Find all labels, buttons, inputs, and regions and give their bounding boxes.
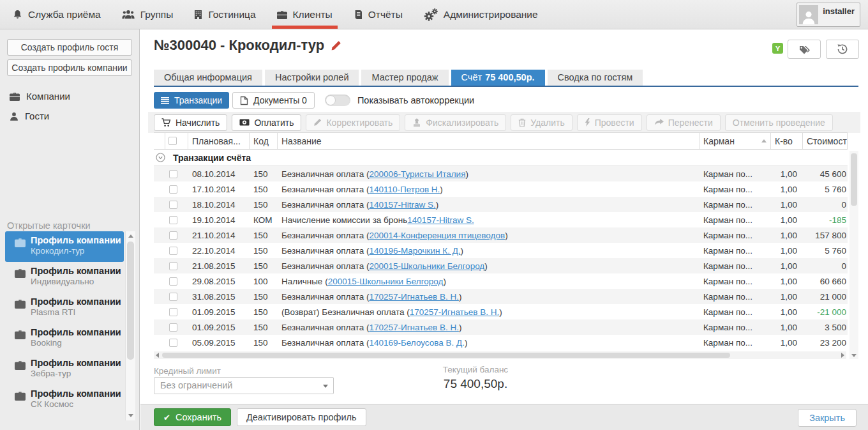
transaction-link[interactable]: 140169-Белоусова В. Д. (369, 338, 465, 348)
row-checkbox[interactable] (169, 216, 177, 224)
main-panel: №300040 - Крокодил-тур Y Общая информаци… (140, 29, 868, 430)
row-checkbox[interactable] (169, 262, 177, 270)
table-row[interactable]: 05.09.2015 150 Безналичная оплата (14016… (154, 335, 848, 350)
open-card[interactable]: Профиль компании Зебра-тур (5, 354, 124, 385)
history-button[interactable] (826, 40, 859, 59)
nav-item-hotel[interactable]: Гостиница (194, 0, 255, 29)
nav-item-groups[interactable]: Группы (122, 0, 174, 29)
open-card[interactable]: Профиль компании (5, 415, 124, 420)
transaction-link[interactable]: 140110-Петров Н. (369, 185, 440, 194)
row-checkbox[interactable] (169, 247, 177, 255)
transaction-link[interactable]: 140196-Марочкин К. Д. (369, 246, 460, 256)
subtab-transactions[interactable]: Транзакции (154, 92, 229, 109)
row-checkbox[interactable] (169, 308, 177, 316)
cell-name: Безналичная оплата (170257-Игнатьев В. Н… (278, 289, 700, 304)
edit-title-pencil-icon[interactable] (331, 40, 341, 51)
tab[interactable]: Общая информация (154, 70, 262, 86)
charge-button[interactable]: Начислить (154, 114, 227, 131)
tab[interactable]: Сводка по гостям (548, 70, 643, 86)
open-card[interactable]: Профиль компании Крокодил-тур (5, 231, 124, 262)
horizontal-scrollbar[interactable] (154, 351, 846, 359)
pay-button[interactable]: Оплатить (232, 114, 301, 131)
user-box[interactable]: installer (797, 3, 860, 27)
table-row[interactable]: 19.10.2014 КОМ Начисление комиссии за бр… (154, 212, 848, 227)
row-checkbox[interactable] (169, 170, 177, 178)
table-row[interactable]: 31.08.2015 150 Безналичная оплата (17025… (154, 289, 848, 304)
fiscalize-button[interactable]: Фискализировать (405, 114, 506, 131)
scrollbar-thumb[interactable] (127, 242, 134, 360)
group-row[interactable]: Транзакции счёта (154, 150, 848, 166)
open-card[interactable]: Профиль компании Booking (5, 323, 124, 354)
column-header-code[interactable]: Код (250, 133, 278, 149)
scrollbar-thumb[interactable] (851, 153, 857, 206)
nav-label: Служба приёма (28, 9, 101, 20)
column-header-cost[interactable]: Стоимость (803, 133, 848, 149)
transaction-link[interactable]: 170257-Игнатьев В. Н. (369, 292, 459, 302)
table-row[interactable]: 22.10.2014 150 Безналичная оплата (14019… (154, 243, 848, 258)
row-checkbox[interactable] (169, 231, 177, 240)
table-row[interactable]: 17.10.2014 150 Безналичная оплата (14011… (154, 181, 848, 197)
tab[interactable]: Настройки ролей (265, 70, 359, 86)
column-header-planned[interactable]: Плановая... (188, 133, 250, 149)
table-row[interactable]: 18.10.2014 150 Безналичная оплата (14015… (154, 197, 848, 212)
row-checkbox[interactable] (169, 277, 177, 286)
collapse-icon[interactable] (156, 153, 165, 162)
transaction-link[interactable]: 200015-Школьники Белгород (328, 277, 444, 286)
transaction-link[interactable]: 200006-Туристы Италия (369, 169, 465, 179)
deactivate-profile-button[interactable]: Деактивировать профиль (237, 408, 366, 426)
sidebar-item-guests[interactable]: Гости (0, 106, 139, 126)
correct-button[interactable]: Корректировать (306, 114, 400, 131)
transaction-link[interactable]: 170257-Игнатьев В. Н. (369, 323, 459, 332)
cell-date: 21.08.2015 (188, 258, 250, 273)
row-checkbox[interactable] (169, 293, 177, 301)
open-card-subtitle: СК Космос (31, 399, 121, 409)
create-company-profile-button[interactable]: Создать профиль компании (7, 59, 132, 76)
cancel-posting-button[interactable]: Отменить проведение (725, 114, 833, 131)
post-button[interactable]: Провести (577, 114, 642, 131)
cell-pocket: Карман по... (700, 319, 771, 335)
open-card[interactable]: Профиль компании Индивидуально (5, 262, 124, 293)
table-row[interactable]: 21.08.2015 150 Безналичная оплата (20001… (154, 258, 848, 273)
nav-item-clients[interactable]: Клиенты (277, 0, 333, 29)
nav-item-reports[interactable]: Отчёты (354, 0, 403, 29)
table-row[interactable]: 01.09.2015 150 Безналичная оплата (17025… (154, 319, 848, 335)
open-card[interactable]: Профиль компании СК Космос (5, 385, 124, 415)
transaction-link[interactable]: 200014-Конференция птицеводов (369, 231, 505, 240)
row-checkbox[interactable] (169, 201, 177, 209)
column-header-qty[interactable]: К-во (771, 133, 803, 149)
nav-item-reception[interactable]: Служба приёма (13, 0, 101, 29)
row-checkbox[interactable] (169, 185, 177, 194)
save-button[interactable]: ✔ Сохранить (154, 408, 231, 426)
sidebar-item-companies[interactable]: Компании (0, 86, 139, 106)
column-header-name[interactable]: Название (278, 133, 700, 149)
delete-button[interactable]: Удалить (511, 114, 572, 131)
select-all-checkbox[interactable] (168, 137, 177, 145)
tags-button[interactable] (788, 40, 821, 59)
transaction-link[interactable]: 170257-Игнатьев В. Н. (410, 307, 500, 317)
table-row[interactable]: 21.10.2014 150 Безналичная оплата (20001… (154, 227, 848, 243)
close-button[interactable]: Закрыть (798, 409, 857, 427)
credit-limit-select[interactable]: Без ограничений (154, 377, 334, 394)
subtab-documents[interactable]: Документы 0 (232, 92, 315, 109)
tab[interactable]: Счёт 75 400,50р. (451, 70, 545, 86)
open-card[interactable]: Профиль компании Plasma RTI (5, 293, 124, 323)
row-checkbox[interactable] (169, 339, 177, 347)
scrollbar-thumb[interactable] (162, 353, 730, 358)
cell-date: 01.09.2015 (188, 319, 250, 335)
banknote-icon (239, 119, 250, 126)
table-row[interactable]: 08.10.2014 150 Безналичная оплата (20000… (154, 166, 848, 181)
column-header-pocket[interactable]: Карман (700, 133, 771, 149)
table-row[interactable]: 29.08.2015 100 Наличные (200015-Школьник… (154, 273, 848, 289)
transaction-link[interactable]: 140157-Hitraw S. (369, 200, 435, 210)
transaction-link[interactable]: 200015-Школьники Белгород (369, 261, 484, 271)
transaction-link[interactable]: 140157-Hitraw S. (407, 215, 474, 225)
tab[interactable]: Мастер продаж (361, 70, 448, 86)
create-guest-profile-button[interactable]: Создать профиль гостя (7, 39, 132, 56)
table-row[interactable]: 01.09.2015 150 (Возврат) Безналичная опл… (154, 304, 848, 319)
vertical-scrollbar[interactable] (849, 151, 858, 359)
sidebar-scrollbar[interactable] (125, 231, 135, 420)
autocorrections-toggle[interactable] (325, 95, 350, 106)
row-checkbox[interactable] (169, 323, 177, 332)
transfer-button[interactable]: Перенести (647, 114, 721, 131)
nav-item-administration[interactable]: Администрирование (424, 0, 538, 29)
